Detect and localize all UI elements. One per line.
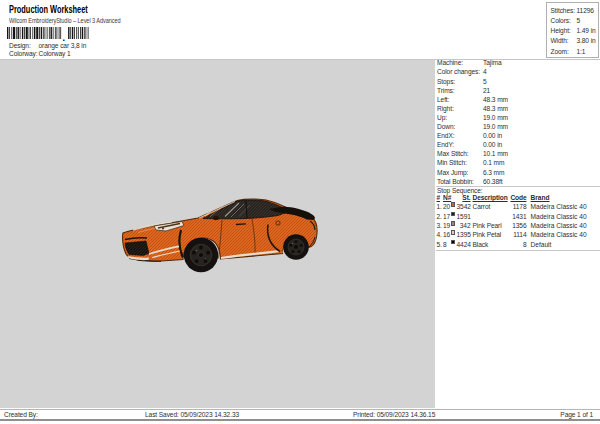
thread-st-number: 342 xyxy=(457,221,471,230)
machine-info-value: 0.00 in xyxy=(483,141,502,148)
machine-info-row: Machine:Tajima xyxy=(437,58,599,67)
machine-info: Machine:TajimaColor changes:4Stops:5Trim… xyxy=(437,58,599,185)
thread-code: 1431 xyxy=(499,212,527,221)
thread-brand: Madeira Classic 40 xyxy=(531,221,587,230)
column-header: St. xyxy=(457,193,471,202)
thread-code: 1356 xyxy=(499,221,527,230)
machine-info-label: Trims: xyxy=(437,86,483,95)
machine-info-label: Max Jump: xyxy=(437,168,483,177)
thread-description: Pink Pearl xyxy=(473,221,502,230)
stop-sequence-table: #N#St.DescriptionCodeBrand1.203542Carrot… xyxy=(437,193,600,249)
machine-info-label: EndX: xyxy=(437,131,483,140)
machine-info-row: Max Stitch:10.1 mm xyxy=(437,149,599,158)
machine-info-value: 60.38ft xyxy=(483,178,502,185)
needle-number: 17 xyxy=(443,212,450,221)
thread-description: Black xyxy=(473,240,489,249)
app-subtitle: Wilcom EmbroideryStudio – Level 3 Advanc… xyxy=(9,17,121,24)
summary-value: 1:1 xyxy=(577,48,586,55)
summary-value: 5 xyxy=(577,17,581,24)
summary-label: Height: xyxy=(551,26,577,36)
machine-info-label: Up: xyxy=(437,113,483,122)
thread-brand: Madeira Classic 40 xyxy=(531,212,587,221)
thread-description: Carrot xyxy=(473,202,491,211)
page-number: Page 1 of 1 xyxy=(560,411,593,418)
footer-bottom-rule xyxy=(0,419,600,421)
summary-row: Stitches:11296 xyxy=(547,6,598,16)
thread-code: 8 xyxy=(499,240,527,249)
machine-info-row: Stops:5 xyxy=(437,77,599,86)
stop-sequence-row: 3.19342Pink Pearl1356Madeira Classic 40 xyxy=(437,221,600,230)
summary-row: Colors:5 xyxy=(547,16,598,26)
machine-info-label: Right: xyxy=(437,104,483,113)
machine-info-row: Right:48.3 mm xyxy=(437,104,599,113)
stop-sequence-row: 2.1715911431Madeira Classic 40 xyxy=(437,212,600,221)
summary-label: Colors: xyxy=(551,16,577,26)
machine-info-row: Down:19.0 mm xyxy=(437,122,599,131)
colorway-row: Colorway:Colorway 1 xyxy=(9,50,70,57)
column-header: Brand xyxy=(531,193,550,202)
design-name-row: Design:orange car 3,8 in xyxy=(9,42,86,49)
machine-info-label: Machine: xyxy=(437,58,483,67)
machine-info-value: 5 xyxy=(483,78,487,85)
design-value: orange car 3,8 in xyxy=(39,42,87,49)
panel-divider xyxy=(436,250,600,251)
machine-info-row: Up:19.0 mm xyxy=(437,113,599,122)
summary-value: 3.80 in xyxy=(577,37,596,44)
front-wheel xyxy=(184,238,218,272)
stop-number: 1. xyxy=(437,202,443,211)
machine-info-value: 0.1 mm xyxy=(483,159,504,166)
machine-info-value: 19.0 mm xyxy=(483,114,508,121)
machine-info-value: 10.1 mm xyxy=(483,150,508,157)
machine-info-row: EndX:0.00 in xyxy=(437,131,599,140)
stop-sequence-row: 5.84424Black8Default xyxy=(437,240,600,249)
column-header: N# xyxy=(443,193,451,202)
created-by-label: Created By: xyxy=(4,411,38,418)
svg-text:,: , xyxy=(63,32,65,41)
stop-sequence-header: #N#St.DescriptionCodeBrand xyxy=(437,193,600,202)
thread-brand: Madeira Classic 40 xyxy=(531,230,587,239)
stop-number: 4. xyxy=(437,230,443,239)
thread-st-number: 1591 xyxy=(457,212,471,221)
summary-value: 1.49 in xyxy=(577,27,596,34)
printed-label: Printed: 05/09/2023 14.36.15 xyxy=(353,411,435,418)
needle-number: 16 xyxy=(443,230,450,239)
needle-number: 20 xyxy=(443,202,450,211)
needle-number: 8 xyxy=(443,240,447,249)
design-label: Design: xyxy=(9,42,39,49)
thread-brand: Default xyxy=(531,240,552,249)
machine-info-label: Max Stitch: xyxy=(437,149,483,158)
machine-info-value: 0.00 in xyxy=(483,132,502,139)
machine-info-value: 48.3 mm xyxy=(483,105,508,112)
machine-info-value: 19.0 mm xyxy=(483,123,508,130)
design-canvas xyxy=(0,60,435,408)
thread-color-swatch xyxy=(451,221,456,226)
thread-st-number: 1395 xyxy=(457,230,471,239)
summary-row: Width:3.80 in xyxy=(547,36,598,46)
summary-label: Zoom: xyxy=(551,47,577,57)
page-title: Production Worksheet xyxy=(9,4,88,15)
thread-brand: Madeira Classic 40 xyxy=(531,202,587,211)
machine-info-value: Tajima xyxy=(483,59,501,66)
stop-sequence-row: 1.203542Carrot1178Madeira Classic 40 xyxy=(437,202,600,211)
machine-info-value: 6.3 mm xyxy=(483,169,504,176)
thread-st-number: 3542 xyxy=(457,202,471,211)
summary-label: Width: xyxy=(551,36,577,46)
machine-info-row: Total Bobbin:60.38ft xyxy=(437,177,599,186)
stop-number: 2. xyxy=(437,212,443,221)
machine-info-row: Max Jump:6.3 mm xyxy=(437,168,599,177)
machine-info-row: Left:48.3 mm xyxy=(437,95,599,104)
car-embroidery-graphic xyxy=(119,197,321,277)
stop-number: 3. xyxy=(437,221,443,230)
machine-info-value: 4 xyxy=(483,68,487,75)
machine-info-row: Trims:21 xyxy=(437,86,599,95)
rear-wheel xyxy=(283,234,309,260)
thread-color-swatch xyxy=(451,212,456,217)
colorway-value: Colorway 1 xyxy=(39,50,71,57)
design-barcode: , xyxy=(7,27,129,41)
thread-description: Pink Petal xyxy=(473,230,502,239)
machine-info-label: EndY: xyxy=(437,140,483,149)
summary-value: 11296 xyxy=(577,7,594,14)
production-worksheet-page: { "header": { "title": "Production Works… xyxy=(0,0,600,424)
thread-code: 1114 xyxy=(499,230,527,239)
needle-number: 19 xyxy=(443,221,450,230)
